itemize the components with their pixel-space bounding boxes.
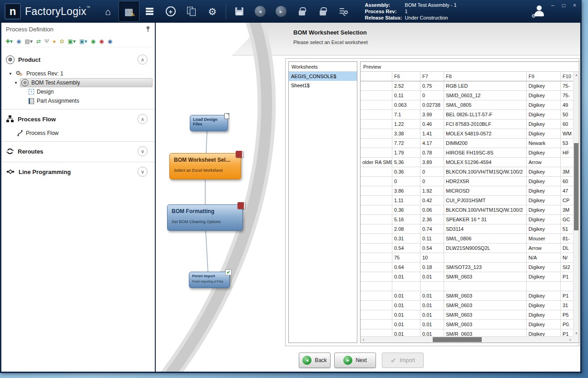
add-icon[interactable]: ✚▾ [5,39,13,44]
tree-item-design[interactable]: + Design [1,87,155,96]
horizontal-scrollbar-thumb[interactable] [433,337,482,342]
collapse-reroutes-button[interactable]: ∨ [138,146,148,156]
back-button-label: Back [315,357,327,363]
table-row[interactable]: 7.72 4.17 DIMM200 Newark 53 [361,139,573,148]
horizontal-scrollbar[interactable]: ‹ › [361,336,573,343]
expander-icon[interactable]: ▼ [14,81,19,85]
table-row[interactable]: 1.79 0.78 HIROSE FH19SC-8S Digikey HF [361,148,573,158]
lock-button[interactable] [292,1,312,22]
export-icon[interactable]: ▣▾ [68,39,75,44]
settings-button[interactable]: ⚙ [202,1,223,22]
section-product[interactable]: ⚙ Product ∧ [1,53,155,66]
worksheet-item-aegis-console[interactable]: AEGIS_CONSOLE$ [289,72,357,81]
tree-item-label: Process Rev: 1 [26,70,63,77]
tree-item-process-rev[interactable]: ▼ ⚙⚙ Process Rev: 1 [1,69,155,78]
section-line-programming[interactable]: Line Programming ∨ [1,165,155,179]
collapse-line-programming-button[interactable]: ∨ [138,167,148,177]
vertical-scrollbar[interactable]: ▲ ▼ [573,72,579,336]
sync-icon[interactable]: ⇄ [36,39,41,44]
pin-icon[interactable] [146,26,150,32]
table-row[interactable]: 0.01 0.01 SM/R_0603 Digikey 31 [361,301,573,310]
table-row[interactable]: 0.063 0.02738 SM/L_0805 Digikey 49 [361,100,573,110]
table-row[interactable]: 0.64 0.18 SM/SOT23_123 Digikey SI2 [361,263,573,272]
table-row[interactable]: 0.01 0.01 SM/R_0603 Digikey P0. [361,320,573,329]
scroll-right-arrow[interactable]: › [567,337,573,343]
selected-tree-item[interactable]: ⚙ BOM Test Assembly [20,78,153,87]
scroll-down-arrow[interactable]: ▼ [573,330,579,336]
status-blue-icon[interactable]: ◉ [108,39,112,44]
panel-title: Process Definition [6,26,54,33]
publish-icon[interactable]: ◉ [16,39,21,44]
next-button[interactable]: ► Next [334,353,376,368]
table-row[interactable]: 75 10 N/A N/ [361,253,573,263]
wizard-header-band [232,23,580,55]
redo-button[interactable]: ► [271,1,292,22]
step-node-bom-formatting[interactable]: BOM Formatting Set BOM Cleaning Options [167,204,243,231]
audit-button[interactable] [333,1,354,22]
assembly-label: Assembly: [365,2,405,8]
gear-icon: ⚙ [208,7,217,16]
undo-button[interactable]: ◄ [250,1,271,22]
tree-item-process-flow[interactable]: Process Flow [1,129,155,138]
audit-search-icon [340,7,348,15]
import-worksheet-icon[interactable]: ▣▾ [79,39,87,44]
status-red-icon[interactable]: ◉ [99,39,104,44]
section-reroutes[interactable]: Reroutes ∨ [1,144,155,158]
close-button[interactable]: × [573,2,576,9]
back-button[interactable]: ◄ Back [299,353,331,368]
table-row[interactable]: 0.54 0.54 DLW21SN900SQ2L Arrow DL [361,244,573,253]
highlight-icon[interactable]: ● [53,39,56,44]
process-definition-button[interactable]: ▦ ✎ [119,1,139,22]
unlock-button[interactable] [312,1,333,22]
vertical-scrollbar-thumb[interactable] [574,143,578,230]
tree-item-bom-assembly[interactable]: ▼ ⚙ BOM Test Assembly [1,78,155,87]
table-row[interactable]: 7.1 3.99 BEL 0826-1L1T-57-F Digikey 50 [361,110,573,119]
table-row[interactable]: 0 0 HDR2X5R Digikey 60 [361,177,573,186]
step-node-finish-import[interactable]: Finish Import Finish Importing of Files … [189,272,230,288]
minimize-button[interactable]: – [551,2,554,9]
compare-button[interactable] [139,1,160,22]
collapse-product-button[interactable]: ∧ [138,55,148,65]
navigation-button[interactable]: + [160,1,181,22]
table-row[interactable]: 3.38 1.41 MOLEX 54819-0572 Digikey WM [361,129,573,139]
table-row[interactable]: 0.36 0 BLKCON.100/VH/TM1SQ/W.100/2 Digik… [361,167,573,177]
table-row[interactable]: 1.22 0.46 FCI 87583-2010BLF Digikey 60 [361,119,573,129]
step-node-bom-worksheet-selection[interactable]: BOM Worksheet Sel... Select an Excel Wor… [169,153,241,179]
import-button[interactable]: ✔ Import [382,353,424,368]
table-row[interactable]: 3.86 1.92 MICROSD Digikey 47 [361,186,573,196]
tree-item-part-assignments[interactable]: Part Assignments [1,96,155,105]
table-row[interactable]: older RA SMD 5.36 3.89 MOLEX 51296-4594 … [361,158,573,167]
table-row[interactable]: 0.01 0.01 SM/R_0603 Digikey P1 [361,329,573,336]
table-row[interactable]: 0.01 0.01 SM/R_0603 Digikey P1 [361,291,573,301]
step-node-load-design-files[interactable]: Load Design Files [190,115,228,131]
table-row[interactable]: 0.36 0.06 BLKCON.100/VH/TM1SQ/W.100/2 Di… [361,205,573,215]
worksheet-item-sheet1[interactable]: Sheet1$ [289,81,357,90]
print-icon[interactable]: ▤▾ [25,39,33,44]
status-green-icon[interactable]: ◉ [91,39,95,44]
save-button[interactable] [229,1,250,22]
table-row[interactable]: 5.16 2.36 SPEAKER 16 * 31 Digikey GC [361,215,573,224]
table-row[interactable] [361,282,573,291]
table-row[interactable]: 0.01 0.01 SM/R_0603 Digikey P1 [361,272,573,282]
table-row[interactable]: 0.01 0.01 SM/R_0603 Digikey P5 [361,310,573,320]
section-process-flow[interactable]: Process Flow ∧ [1,112,155,126]
table-row[interactable]: 0.11 0 SM/D_0603_12 Digikey 75- [361,91,573,100]
table-row[interactable]: 2.08 0.74 SD3114 Digikey 51 [361,224,573,234]
documents-button[interactable] [181,1,202,22]
maximize-button[interactable]: □ [562,2,565,9]
inspect-icon[interactable]: Ψ [44,39,49,44]
release-status-value: Under Construction [405,15,448,21]
process-definition-panel: Process Definition ✚▾ ◉ ▤▾ ⇄ Ψ ● ✿ [1,23,155,372]
scroll-left-arrow[interactable]: ‹ [361,337,366,343]
table-row[interactable]: 1.11 0.42 CUI_PJ031HSMT Digikey CP [361,196,573,205]
collapse-process-flow-button[interactable]: ∧ [138,114,148,124]
section-reroutes-label: Reroutes [18,148,43,155]
expander-icon[interactable]: ▼ [9,72,13,76]
table-row[interactable]: 2.52 0.75 RGB LED Digikey 75- [361,81,573,91]
table-row[interactable]: 0.31 0.11 SM/L_0806 Mouser 81- [361,234,573,244]
home-button[interactable]: ⌂ [98,1,119,22]
flower-icon[interactable]: ✿ [59,39,64,44]
scroll-up-arrow[interactable]: ▲ [573,72,579,78]
assembly-info: Assembly:BOM Test Assembly - 1 Process R… [365,2,457,21]
user-button[interactable]: ⚙ [533,5,546,18]
